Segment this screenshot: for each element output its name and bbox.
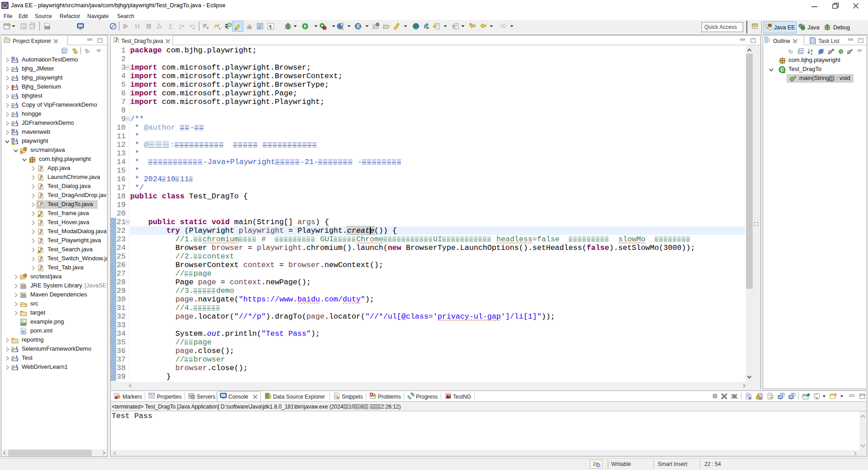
- svg-text:J: J: [15, 84, 18, 89]
- svg-text:M: M: [12, 56, 14, 60]
- svg-text:J: J: [15, 346, 18, 351]
- svg-text:J: J: [39, 184, 42, 189]
- svg-text:PNG: PNG: [21, 323, 26, 325]
- svg-text:J: J: [802, 24, 805, 28]
- svg-text:J: J: [115, 38, 118, 43]
- svg-text:J: J: [15, 93, 18, 98]
- svg-text:J: J: [15, 102, 18, 107]
- svg-text:S: S: [832, 48, 835, 52]
- svg-text:J: J: [15, 355, 18, 360]
- svg-text:J: J: [15, 111, 18, 116]
- svg-text:J: J: [39, 229, 42, 235]
- svg-text:S: S: [794, 75, 797, 79]
- svg-text:J: J: [39, 256, 42, 262]
- svg-text:M: M: [12, 129, 14, 132]
- svg-text:M: M: [12, 138, 14, 141]
- svg-text:J: J: [15, 66, 18, 70]
- svg-text:M: M: [23, 330, 25, 334]
- svg-text:J: J: [15, 138, 18, 143]
- svg-text:J: J: [39, 175, 42, 180]
- svg-text:J: J: [39, 193, 42, 198]
- svg-text:J: J: [39, 220, 42, 226]
- svg-text:NG: NG: [446, 394, 451, 397]
- svg-text:J: J: [39, 202, 42, 207]
- svg-text:L: L: [851, 48, 853, 52]
- svg-text:J: J: [39, 166, 42, 171]
- svg-text:¶: ¶: [269, 24, 272, 29]
- svg-text:J: J: [15, 75, 18, 80]
- svg-text:J: J: [39, 265, 42, 271]
- svg-text:J: J: [39, 238, 42, 244]
- svg-text:J: J: [15, 56, 18, 61]
- svg-text:J: J: [15, 120, 18, 125]
- svg-text:J: J: [15, 364, 18, 369]
- svg-text:z: z: [811, 52, 812, 55]
- svg-text:J: J: [15, 129, 18, 134]
